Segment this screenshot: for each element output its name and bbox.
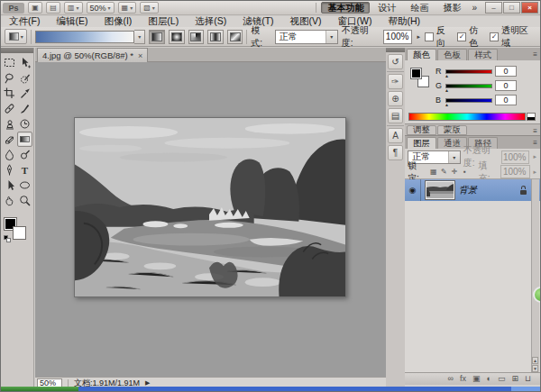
opacity-slider-arrow[interactable]: ▸ — [416, 33, 421, 41]
gradient-picker-arrow[interactable]: ▾ — [134, 30, 145, 44]
layer-visibility-toggle[interactable]: ◉ — [405, 179, 421, 201]
brush-tool[interactable] — [17, 101, 32, 116]
crop-tool[interactable] — [2, 86, 17, 101]
start-button-fragment[interactable] — [1, 387, 78, 391]
blue-slider[interactable]: ▲ — [445, 98, 492, 103]
gradient-preview[interactable] — [35, 31, 134, 43]
new-group-icon[interactable]: ▭ — [498, 375, 506, 383]
default-colors-icon-bg[interactable] — [6, 238, 11, 242]
radial-gradient-button[interactable] — [169, 30, 185, 44]
screen-mode-button[interactable]: ▧▾ — [140, 2, 159, 14]
panel-menu-icon[interactable]: ≡ — [533, 50, 537, 59]
rectangular-marquee-tool[interactable] — [2, 55, 17, 70]
layer-row-background[interactable]: ◉ 背景 — [405, 179, 540, 201]
lock-image-icon[interactable]: ✎ — [440, 168, 448, 176]
tab-styles[interactable]: 样式 — [468, 49, 498, 60]
status-menu-arrow[interactable]: ▶ — [145, 379, 150, 387]
close-button[interactable]: × — [521, 2, 538, 14]
slider-thumb-icon[interactable]: ▲ — [445, 73, 449, 78]
workspace-photography-button[interactable]: 摄影 — [436, 2, 467, 14]
brush-presets-panel-button[interactable]: ✑ — [388, 74, 403, 89]
tab-close-icon[interactable]: × — [138, 51, 142, 60]
foreground-color-swatch[interactable] — [410, 68, 422, 79]
healing-brush-tool[interactable] — [2, 101, 17, 116]
blend-mode-select[interactable]: 正常 ▾ — [275, 30, 338, 44]
layers-scrollbar[interactable]: ▲ ▼ — [531, 179, 539, 372]
lock-transparency-icon[interactable]: ▦ — [430, 168, 438, 176]
workspace-essentials-button[interactable]: 基本功能 — [321, 2, 370, 14]
photo-image[interactable] — [74, 117, 346, 297]
menu-view[interactable]: 视图(V) — [282, 16, 330, 27]
workspace-design-button[interactable]: 设计 — [371, 2, 402, 14]
panel-menu-icon[interactable]: ≡ — [533, 127, 537, 135]
dodge-tool[interactable] — [17, 147, 32, 162]
move-tool[interactable] — [17, 55, 32, 70]
eraser-tool[interactable] — [2, 132, 17, 147]
launch-bridge-button[interactable]: ▣ — [28, 2, 42, 14]
eyedropper-tool[interactable] — [17, 86, 32, 101]
slider-thumb-icon[interactable]: ▲ — [445, 102, 449, 107]
dither-checkbox[interactable]: ✓ 仿色 — [457, 24, 486, 50]
workspace-painting-button[interactable]: 绘画 — [404, 2, 435, 14]
link-layers-icon[interactable]: ∞ — [448, 375, 454, 383]
layer-comps-panel-button[interactable]: ▤ — [388, 108, 403, 123]
scroll-up-icon[interactable]: ▲ — [532, 357, 538, 364]
layer-name[interactable]: 背景 — [459, 184, 519, 196]
workspace-overflow-button[interactable]: » — [469, 3, 480, 13]
blur-tool[interactable] — [2, 147, 17, 162]
red-slider[interactable]: ▲ — [445, 69, 492, 74]
reflected-gradient-button[interactable] — [207, 30, 224, 44]
color-spectrum-ramp[interactable] — [408, 113, 526, 121]
pen-tool[interactable] — [2, 162, 17, 178]
spectrum-bw-end[interactable] — [527, 113, 536, 121]
angle-gradient-button[interactable] — [188, 30, 205, 44]
new-layer-icon[interactable]: ⊞ — [511, 375, 518, 383]
tab-adjustments[interactable]: 调整 — [407, 125, 436, 135]
lock-position-icon[interactable]: ✛ — [451, 168, 459, 176]
add-mask-icon[interactable]: ▣ — [472, 375, 481, 383]
shape-tool[interactable] — [17, 178, 32, 193]
tab-masks[interactable]: 蒙版 — [437, 125, 467, 135]
scroll-down-icon[interactable]: ▼ — [532, 365, 538, 372]
menu-select[interactable]: 选择(S) — [187, 16, 234, 27]
opacity-value-field[interactable]: 100% — [383, 30, 413, 44]
type-tool[interactable]: T — [17, 162, 32, 178]
menu-edit[interactable]: 编辑(E) — [48, 16, 96, 27]
menu-image[interactable]: 图像(I) — [96, 16, 140, 27]
layer-thumbnail[interactable] — [426, 181, 454, 199]
character-panel-button[interactable]: A — [388, 128, 403, 143]
quick-selection-tool[interactable] — [17, 70, 32, 86]
document-tab[interactable]: 4.jpg @ 50%(RGB/8#) * × — [37, 48, 148, 62]
slider-thumb-icon[interactable]: ▲ — [445, 87, 449, 93]
restore-button[interactable]: □ — [503, 2, 520, 14]
adjustment-layer-icon[interactable]: ◐ — [486, 375, 491, 383]
arrange-documents-button[interactable]: ▦▾ — [118, 2, 137, 14]
transparency-checkbox[interactable]: ✓ 透明区域 — [490, 24, 536, 50]
tab-swatches[interactable]: 色板 — [437, 49, 467, 60]
red-value-field[interactable]: 0 — [495, 66, 517, 77]
linear-gradient-button[interactable] — [149, 30, 165, 44]
history-brush-tool[interactable] — [17, 116, 32, 132]
clone-stamp-tool[interactable] — [2, 116, 17, 132]
tab-layers[interactable]: 图层 — [407, 137, 436, 149]
lasso-tool[interactable] — [2, 70, 17, 86]
delete-layer-icon[interactable]: ⊔ — [525, 375, 531, 383]
paragraph-panel-button[interactable]: ¶ — [388, 145, 403, 160]
dock-header[interactable] — [386, 48, 405, 52]
green-slider[interactable]: ▲ — [445, 84, 492, 88]
minimize-button[interactable]: – — [485, 2, 502, 14]
tab-color[interactable]: 颜色 — [407, 49, 436, 60]
path-selection-tool[interactable] — [2, 178, 17, 193]
reverse-checkbox[interactable]: ✓ 反向 — [425, 24, 454, 50]
gradient-tool-preset-button[interactable]: ▾ — [5, 29, 27, 44]
gradient-tool[interactable] — [17, 132, 32, 147]
layer-style-fx-icon[interactable]: fx — [460, 375, 466, 383]
menu-layer[interactable]: 图层(L) — [140, 16, 187, 27]
panel-menu-icon[interactable]: ≡ — [533, 139, 537, 147]
diamond-gradient-button[interactable] — [227, 30, 243, 44]
history-panel-button[interactable]: ↺ — [388, 54, 403, 69]
zoom-tool[interactable] — [17, 193, 32, 208]
view-extras-button[interactable]: ▥▾ — [64, 2, 83, 14]
lock-all-icon[interactable]: ▪ — [461, 168, 469, 176]
green-value-field[interactable]: 0 — [495, 80, 517, 91]
